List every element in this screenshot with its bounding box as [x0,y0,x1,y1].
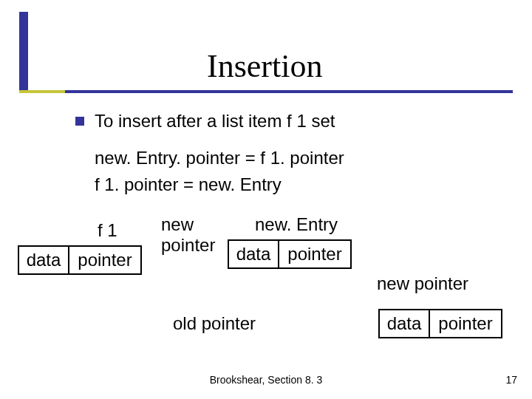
new-entry-label: new. Entry [255,214,338,235]
node-f1-data: data [19,247,69,273]
node-next-data: data [380,310,430,337]
code-line-1: new. Entry. pointer = f 1. pointer [95,148,344,168]
new-pointer-right-label: new pointer [377,273,468,294]
new-pointer-label: new pointer [161,214,215,255]
node-next-pointer: pointer [430,310,501,337]
node-f1-pointer: pointer [69,247,140,273]
node-new-entry: data pointer [228,239,352,269]
node-new-entry-data: data [229,241,279,267]
title-underline-accent [19,90,65,93]
code-line-2: f 1. pointer = new. Entry [95,174,282,195]
old-pointer-label: old pointer [173,313,256,334]
node-f1: data pointer [18,245,142,275]
title-underline [19,90,513,93]
node-next: data pointer [378,309,502,338]
page-number: 17 [505,374,517,386]
node-new-entry-pointer: pointer [279,241,350,267]
bullet-square-icon [75,117,84,126]
title-accent-vertical [19,12,28,93]
f1-label: f 1 [98,220,117,241]
slide-title: Insertion [207,47,322,85]
bullet-text: To insert after a list item f 1 set [95,111,335,132]
footer-citation: Brookshear, Section 8. 3 [0,374,532,386]
